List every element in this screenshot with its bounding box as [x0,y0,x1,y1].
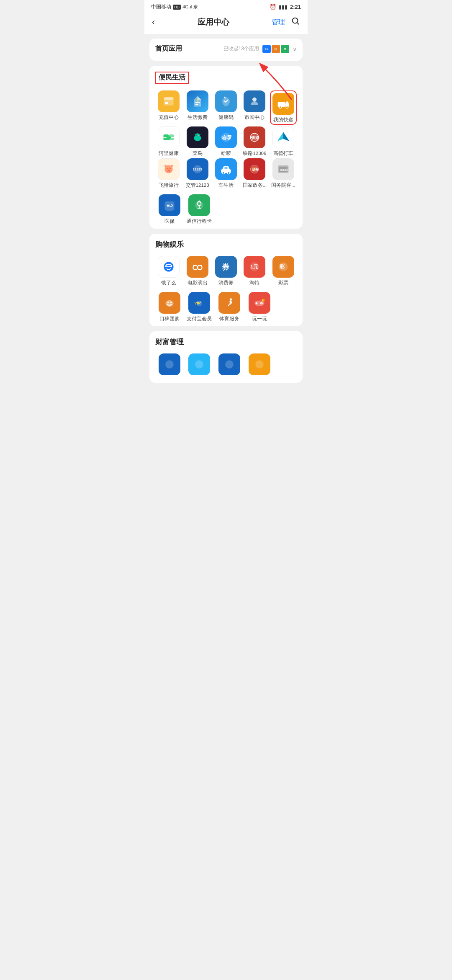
app-recharge[interactable]: 充值中心 [155,90,182,125]
app-taote[interactable]: 1元 淘特 [241,256,268,286]
delivery-label: 我的快递 [273,117,293,123]
svg-point-35 [169,170,170,171]
app-guowuyuan[interactable]: 国务院 国务院客... [270,158,297,188]
app-trip[interactable]: 通信行程卡 [185,194,214,224]
svg-rect-3 [164,97,174,100]
payment-icon [187,90,208,112]
sports-label: 体育服务 [219,316,239,322]
svg-text:国务院: 国务院 [280,168,288,171]
app-wealth-4[interactable] [245,353,274,375]
homepage-apps-card: 首页应用 已收起13个应用 C C B ∨ [149,39,303,61]
sports-icon [218,292,240,314]
yibao-icon [159,194,180,216]
app-feizhu[interactable]: 飞猪旅行 [155,158,182,188]
app-wealth-2[interactable] [185,353,214,375]
lottery-icon: 彩 [272,256,294,278]
movie-icon [187,256,208,278]
mini-icon-3: B [281,45,289,53]
railway-label: 铁路12306 [243,150,266,157]
svg-rect-11 [277,102,285,107]
svg-text:铁路: 铁路 [251,135,260,140]
svg-point-14 [286,106,288,108]
section-title-shopping: 购物娱乐 [155,240,297,249]
ele-icon [158,256,180,278]
app-ele[interactable]: 饿了么 [155,256,182,286]
app-healthcode[interactable]: 健康码 [213,90,239,125]
svg-point-31 [167,168,168,169]
app-gov[interactable]: 政务 国家政务... [241,158,268,188]
app-gaode[interactable]: 高德打车 [270,126,297,157]
svg-point-33 [167,169,171,172]
section-title-wealth: 财富管理 [155,337,297,347]
play-icon: ¢ [249,292,270,314]
svg-marker-6 [198,96,201,100]
app-car[interactable]: 车生活 [213,158,239,188]
back-button[interactable]: ‹ [152,17,155,28]
healthcode-icon [215,90,237,112]
status-bar: 中国移动 HD 4G.ıl 奈 ⏰ ▮▮▮ 2:21 [144,0,308,12]
svg-point-79 [165,360,174,369]
app-wealth-3[interactable] [215,353,244,375]
recharge-icon [158,90,180,112]
app-huiyuan[interactable]: VIP 支付宝会员 [185,292,214,322]
svg-text:政务: 政务 [252,168,259,171]
app-lottery[interactable]: 彩 彩票 [270,256,297,286]
gaode-icon [272,126,294,148]
app-delivery[interactable]: 我的快递 [270,90,297,125]
svg-point-82 [255,360,264,369]
haluo-icon: 哈啰 [215,126,237,148]
expand-icon[interactable]: ∨ [293,46,297,52]
app-movie[interactable]: 电影演出 [184,256,211,286]
homepage-right: 已收起13个应用 C C B ∨ [223,45,297,53]
shopping-grid-row2: 口碑团购 VIP 支付宝会员 [155,292,297,322]
app-haluo[interactable]: 哈啰 哈啰 [213,126,239,157]
svg-rect-4 [165,102,168,104]
coupon-label: 消费券 [218,280,234,286]
app-play[interactable]: ¢ 玩一玩 [245,292,274,322]
svg-point-32 [170,168,171,169]
railway-icon: 铁路 [244,126,265,148]
shopping-grid-row1: 饿了么 电影演出 [155,256,297,286]
payment-label: 生活缴费 [187,114,208,121]
jiaoguan-icon: 12123 [187,158,208,180]
lottery-label: 彩票 [278,280,288,286]
haluo-label: 哈啰 [221,150,231,157]
svg-text:1元: 1元 [251,264,258,269]
app-coupon[interactable]: 券 消费券 [213,256,239,286]
wealth-partial-row [155,353,297,379]
app-sports[interactable]: 体育服务 [215,292,244,322]
svg-point-23 [198,135,199,136]
svg-point-68 [200,301,202,303]
section-wealth: 财富管理 [149,331,303,383]
app-railway[interactable]: 铁路 铁路12306 [241,126,268,157]
homepage-title: 首页应用 [155,44,182,53]
svg-point-42 [228,172,230,174]
app-jiaoguan[interactable]: 12123 交管12123 [184,158,211,188]
app-citizen[interactable]: 市民中心 [241,90,268,125]
svg-point-0 [293,18,298,23]
search-button[interactable] [291,16,300,28]
svg-point-34 [168,170,169,171]
yibao-label: 医保 [164,218,175,224]
gov-label: 国家政务... [243,182,267,188]
huiyuan-label: 支付宝会员 [187,316,212,322]
citizen-label: 市民中心 [244,114,265,121]
app-alihealth[interactable]: 阿里健康 [155,126,182,157]
delivery-icon [272,93,294,115]
app-payment[interactable]: 生活缴费 [184,90,211,125]
movie-label: 电影演出 [187,280,208,286]
manage-button[interactable]: 管理 [272,18,285,27]
app-cainiao[interactable]: 菜鸟 [184,126,211,157]
app-yibao[interactable]: 医保 [155,194,184,224]
citizen-icon [244,90,265,112]
guowuyuan-label: 国务院客... [271,182,295,188]
jiaoguan-label: 交管12123 [186,182,209,188]
svg-point-67 [197,301,199,303]
svg-point-63 [167,302,169,303]
status-carrier: 中国移动 HD 4G.ıl 奈 [151,3,198,10]
app-koubei[interactable]: 口碑团购 [155,292,184,322]
cainiao-icon [187,126,208,148]
app-wealth-1[interactable] [155,353,184,375]
mini-icons: C C B [262,45,289,53]
svg-point-80 [195,360,204,369]
